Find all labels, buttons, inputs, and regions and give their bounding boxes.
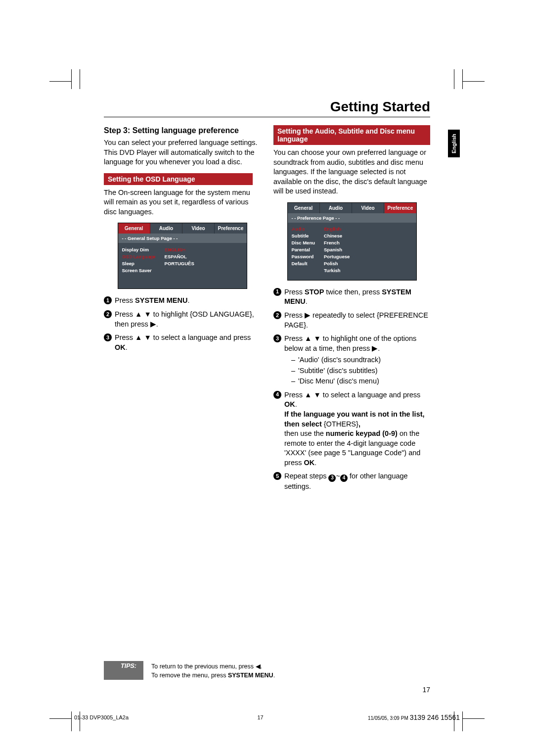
osd-right-list: ENGLISH ESPAÑOL PORTUGUÊS	[165, 246, 194, 274]
step-bold: numeric keypad (0-9)	[326, 429, 398, 437]
footer-right: 11/05/05, 3:09 PM 3139 246 15561	[368, 713, 460, 721]
osd-right-list: English Chinese French Spanish Portugues…	[324, 226, 350, 274]
osd-item: Display Dim	[122, 246, 156, 253]
tips-line: To return to the previous menu, press ◀.	[151, 663, 262, 670]
osd-item: Parental	[292, 246, 315, 253]
step3-intro: You can select your preferred language s…	[104, 138, 261, 167]
step-sublist: 'Audio' (disc's soundtrack) 'Subtitle' (…	[284, 355, 430, 386]
left-column: Step 3: Setting language preference You …	[104, 122, 261, 495]
osd-tab-audio: Audio	[150, 223, 182, 234]
tips-line: .	[273, 672, 275, 679]
osd-left-list: Display Dim OSD Language Sleep Screen Sa…	[122, 246, 156, 274]
right-column: Setting the Audio, Subtitle and Disc men…	[273, 122, 430, 495]
osd-steps: Press SYSTEM MENU. Press ▲ ▼ to highligh…	[104, 296, 261, 352]
step-text: ~	[336, 472, 340, 480]
osd-tab-general: General	[288, 203, 320, 213]
step-item: Repeat steps 3~4 for other language sett…	[273, 472, 430, 491]
language-side-tab: English	[448, 130, 460, 157]
footer-doc-id: 01-33 DVP3005_LA2a	[74, 714, 129, 720]
osd-tab-preference: Preference	[384, 203, 416, 213]
step-text: Press	[284, 288, 305, 296]
step-text: Press ▲ ▼ to select a language and press	[284, 391, 420, 399]
step-bold: SYSTEM MENU	[135, 296, 187, 304]
osd-tabs: General Audio Video Preference	[118, 223, 247, 234]
step-text: twice then, press	[324, 288, 382, 296]
step-text: .	[306, 297, 308, 305]
step-bold: OK	[115, 343, 126, 351]
audio-subtitle-heading: Setting the Audio, Subtitle and Disc men…	[273, 125, 430, 145]
step-bold: OK	[304, 459, 315, 467]
content-area: Getting Started Step 3: Setting language…	[104, 99, 430, 697]
tips-row: TIPS: To return to the previous menu, pr…	[104, 661, 430, 680]
osd-item: Subtitle	[292, 233, 315, 239]
osd-preference-screenshot: General Audio Video Preference - - Prefe…	[287, 202, 417, 281]
footer-page: 17	[257, 714, 263, 720]
step-ref-4-icon: 4	[340, 474, 348, 482]
preference-steps: Press STOP twice then, press SYSTEM MENU…	[273, 287, 430, 491]
step-bold: OK	[284, 400, 295, 408]
step-text: .	[187, 296, 189, 304]
step-item: Press STOP twice then, press SYSTEM MENU…	[273, 287, 430, 307]
osd-item: Default	[292, 260, 315, 267]
page-number: 17	[422, 686, 430, 694]
sublist-item: 'Audio' (disc's soundtrack)	[291, 355, 430, 365]
step-item: Press ▲ ▼ to select a language and press…	[273, 390, 430, 468]
osd-language-intro: The On-screen language for the system me…	[104, 188, 261, 217]
osd-option: French	[324, 239, 350, 246]
osd-body: Audio Subtitle Disc Menu Parental Passwo…	[288, 223, 416, 280]
step-text: Press ▲ ▼ to highlight one of the option…	[284, 334, 416, 352]
osd-page-label: - - General Setup Page - -	[118, 234, 247, 243]
footer-date: 11/05/05, 3:09 PM	[368, 715, 408, 721]
osd-body: Display Dim OSD Language Sleep Screen Sa…	[118, 243, 247, 288]
osd-item-selected: Audio	[292, 226, 315, 233]
tips-bold: SYSTEM MENU	[228, 672, 273, 679]
osd-tabs: General Audio Video Preference	[288, 203, 416, 213]
osd-language-heading: Setting the OSD Language	[104, 173, 253, 185]
osd-tab-general: General	[118, 223, 150, 234]
osd-option: Polish	[324, 260, 350, 267]
osd-item: Screen Saver	[122, 267, 156, 274]
osd-tab-preference: Preference	[215, 223, 246, 234]
step-text: then use the	[284, 429, 326, 437]
osd-general-screenshot: General Audio Video Preference - - Gener…	[118, 223, 247, 289]
crop-mark-tl	[64, 69, 84, 89]
step-item: Press ▶ repeatedly to select {PREFERENCE…	[273, 311, 430, 330]
tips-label: TIPS:	[104, 661, 143, 680]
step-text: Press	[115, 296, 135, 304]
osd-tab-audio: Audio	[320, 203, 352, 213]
osd-tab-video: Video	[352, 203, 384, 213]
osd-option: Turkish	[324, 267, 350, 274]
step-item: Press ▲ ▼ to highlight {OSD LANGUAGE}, t…	[104, 310, 261, 329]
tips-text: To return to the previous menu, press ◀.…	[143, 661, 275, 680]
section-title: Getting Started	[104, 99, 430, 117]
step-text: .	[126, 343, 128, 351]
step-item: Press ▲ ▼ to select a language and press…	[104, 333, 261, 352]
crop-mark-tr	[450, 69, 470, 89]
step-bold: ,	[358, 420, 360, 428]
manual-page: English Getting Started Step 3: Setting …	[0, 0, 534, 756]
osd-option-selected: ENGLISH	[165, 246, 194, 253]
step-ref-3-icon: 3	[328, 474, 336, 482]
osd-option-selected: English	[324, 226, 350, 233]
step-text: .	[314, 459, 316, 467]
step-bold: STOP	[305, 288, 324, 296]
osd-item-selected: OSD Language	[122, 253, 156, 260]
step-text: Press ▲ ▼ to select a language and press	[115, 333, 251, 341]
step-item: Press ▲ ▼ to highlight one of the option…	[273, 334, 430, 386]
step-text: {OTHERS}	[324, 420, 358, 428]
osd-page-label: - - Preference Page - -	[288, 213, 416, 223]
osd-option: PORTUGUÊS	[165, 260, 194, 267]
two-column-layout: Step 3: Setting language preference You …	[104, 122, 430, 495]
step3-heading: Step 3: Setting language preference	[104, 126, 261, 135]
osd-item: Sleep	[122, 260, 156, 267]
tips-line: To remove the menu, press	[151, 672, 228, 679]
osd-left-list: Audio Subtitle Disc Menu Parental Passwo…	[292, 226, 315, 274]
audio-subtitle-intro: You can choose your own preferred langua…	[273, 148, 430, 196]
osd-option: Spanish	[324, 246, 350, 253]
step-item: Press SYSTEM MENU.	[104, 296, 261, 306]
osd-item: Disc Menu	[292, 239, 315, 246]
osd-option: Portuguese	[324, 253, 350, 260]
sublist-item: 'Disc Menu' (disc's menu)	[291, 377, 430, 386]
osd-item: Password	[292, 253, 315, 260]
osd-tab-video: Video	[182, 223, 215, 234]
